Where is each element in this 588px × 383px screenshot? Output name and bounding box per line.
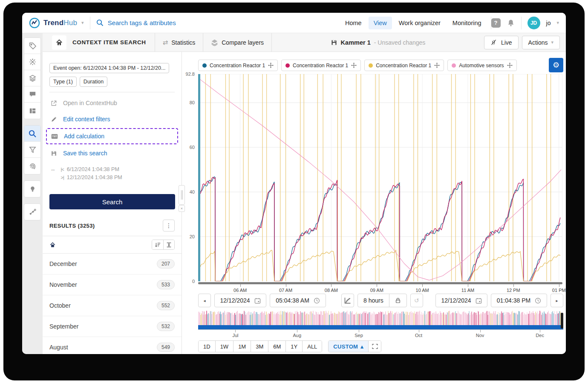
start-time-field[interactable]: 05:04:38 AM (270, 294, 326, 307)
rail-dashboard-icon[interactable] (24, 103, 40, 119)
move-icon[interactable] (268, 63, 274, 68)
home-column-icon[interactable] (49, 242, 56, 248)
chart-settings-button[interactable]: ⚙ (549, 58, 563, 72)
move-icon[interactable] (507, 63, 513, 68)
tab-statistics[interactable]: ⇄ Statistics (155, 33, 203, 52)
compare-layers-icon (211, 39, 218, 46)
avatar[interactable]: JD (527, 17, 540, 29)
chart-resolution-button[interactable] (341, 294, 354, 307)
x-tick-mark (331, 284, 331, 287)
x-tick-mark (468, 284, 468, 287)
rail-connections-icon[interactable] (24, 204, 40, 220)
rail-calculations-icon[interactable] (24, 54, 40, 70)
overview-month-tick (235, 330, 236, 332)
legend-chip-reactor-blue[interactable]: Concentration Reactor 1 (198, 60, 278, 71)
panel-collapse-button[interactable]: × (179, 205, 185, 212)
duration-lock-button[interactable] (389, 294, 406, 307)
search-button[interactable]: Search (49, 194, 175, 209)
calendar-icon (254, 297, 261, 304)
range-1m-button[interactable]: 1M (233, 341, 251, 352)
rail-comments-icon[interactable] (24, 86, 40, 103)
duration-value[interactable]: 8 hours (358, 294, 389, 307)
filter-chip-event-open[interactable]: Event open: 6/12/2024 1:04:38 PM - 12/12… (49, 63, 169, 73)
collapse-groups-button[interactable] (163, 240, 174, 249)
range-1d-button[interactable]: 1D (199, 341, 216, 352)
result-row-october[interactable]: October 552 (43, 295, 182, 316)
y-tick-label: 80 (190, 100, 195, 105)
rail-recommendations-icon[interactable] (24, 181, 40, 197)
filter-chip-type[interactable]: Type (1) (49, 77, 77, 87)
logo-menu-caret[interactable]: ▾ (81, 20, 84, 26)
rail-layers-icon[interactable] (24, 70, 40, 86)
open-in-contexthub-link[interactable]: Open in ContextHub (43, 95, 182, 111)
lock-icon (395, 297, 401, 303)
page-title: CONTEXT ITEM SEARCH (72, 39, 146, 46)
help-icon[interactable]: ? (491, 18, 501, 28)
move-icon[interactable] (434, 63, 440, 68)
range-custom-button[interactable]: CUSTOM ▴ (329, 341, 368, 352)
live-button[interactable]: Live (484, 36, 519, 49)
trend-chart[interactable] (198, 74, 562, 281)
clock-icon (314, 297, 320, 304)
home-button[interactable] (52, 35, 66, 50)
overview-selection-bar[interactable] (198, 325, 563, 329)
rail-fingerprint-icon[interactable] (24, 158, 40, 174)
statistics-icon: ⇄ (163, 39, 168, 46)
rail-search-icon[interactable] (24, 126, 40, 142)
end-time-field[interactable]: 01:04:38 PM (491, 294, 547, 307)
range-1w-button[interactable]: 1W (216, 341, 234, 352)
pan-left-button[interactable]: ◂ (198, 294, 211, 307)
app-logo[interactable]: TrendHub (22, 17, 81, 29)
y-axis-labels: 92.8020406080 (182, 71, 196, 284)
fit-range-button[interactable] (368, 341, 381, 352)
x-tick-mark (513, 284, 514, 287)
range-all-button[interactable]: ALL (303, 341, 322, 352)
overview-month-label: Jul (225, 333, 246, 338)
end-date-field[interactable]: 12/12/2024 (435, 294, 487, 307)
filter-chip-duration[interactable]: Duration (80, 77, 107, 87)
results-menu-button[interactable]: ⋮ (163, 220, 175, 232)
overview-current-handle[interactable] (561, 313, 563, 329)
legend-chip-reactor-gold[interactable]: Concentration Reactor 1 (364, 60, 444, 71)
nav-link-work-organizer[interactable]: Work organizer (394, 17, 446, 29)
legend-chip-automotive-sensors[interactable]: Automotive sensors (447, 60, 516, 71)
add-calculation-link[interactable]: Add calculation (47, 129, 177, 143)
result-row-december[interactable]: December 207 (43, 254, 182, 274)
legend-chip-reactor-crimson[interactable]: Concentration Reactor 1 (281, 60, 361, 71)
nav-link-view[interactable]: View (369, 17, 392, 29)
notifications-bell-icon[interactable] (507, 19, 515, 27)
pencil-icon (51, 116, 57, 123)
range-1y-button[interactable]: 1Y (286, 341, 303, 352)
range-end-icon: >| (61, 175, 64, 180)
nav-link-monitoring[interactable]: Monitoring (447, 17, 487, 29)
x-tick-label: 01 PM (546, 288, 566, 293)
range-3m-button[interactable]: 3M (251, 341, 268, 352)
count-badge: 549 (157, 343, 175, 352)
overview-mini-chart[interactable] (198, 311, 563, 325)
results-list-header (43, 236, 182, 254)
actions-button[interactable]: Actions ▾ (522, 36, 560, 49)
tab-compare-layers[interactable]: Compare layers (203, 33, 271, 52)
add-calculation-highlight: Add calculation (46, 128, 178, 144)
x-tick-mark (240, 284, 241, 287)
nav-link-home[interactable]: Home (340, 17, 367, 29)
rail-filter-icon[interactable] (24, 142, 40, 158)
save-this-search-link[interactable]: Save this search (43, 145, 182, 161)
range-end-value: 12/12/2024 1:04:38 PM (67, 174, 122, 180)
global-search-input[interactable] (108, 19, 236, 26)
history-reset-button[interactable]: ↺ (410, 294, 423, 307)
result-row-november[interactable]: November 533 (43, 274, 182, 295)
pan-right-button[interactable]: ▸ (551, 294, 563, 307)
panel-resize-handle[interactable] (179, 185, 185, 205)
move-icon[interactable] (351, 63, 357, 68)
user-menu-caret[interactable]: ▾ (556, 20, 559, 26)
calculator-icon (51, 134, 58, 139)
range-6m-button[interactable]: 6M (268, 341, 286, 352)
result-row-september[interactable]: September 532 (43, 316, 182, 337)
edit-context-filters-link[interactable]: Edit context filters (43, 111, 182, 127)
rail-tag-icon[interactable] (24, 38, 40, 54)
start-date-field[interactable]: 12/12/2024 (214, 294, 266, 307)
result-row-august[interactable]: August 549 (43, 337, 182, 354)
sort-descending-button[interactable] (152, 240, 163, 249)
x-tick-mark (286, 284, 286, 287)
